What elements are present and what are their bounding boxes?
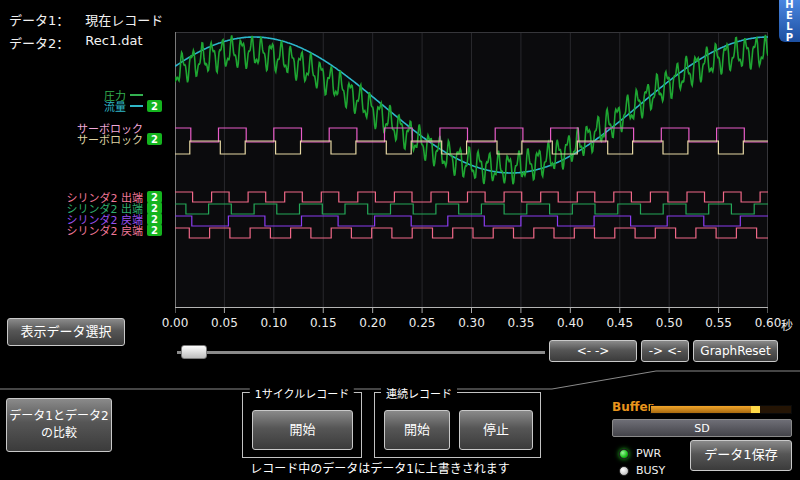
legend-line-sample [130, 105, 143, 107]
x-tick-label: 0.35 [508, 316, 535, 330]
pwr-indicator: PWR [619, 447, 661, 460]
buffer-label: Buffer [612, 400, 653, 414]
sd-status-bar: SD [612, 419, 792, 437]
x-tick-label: 0.40 [557, 316, 584, 330]
sd-label: SD [694, 422, 709, 435]
buffer-gauge-fill [651, 406, 760, 413]
waveform-plot [175, 32, 768, 314]
x-tick-label: 0.10 [260, 316, 287, 330]
legend-label: シリンダ2 戻端 [67, 222, 144, 238]
x-tick-label: 0.05 [211, 316, 238, 330]
x-tick-label: 0.55 [705, 316, 732, 330]
record-overwrite-note: レコード中のデータはデータ1に上書きされます [235, 459, 525, 476]
display-data-select-button[interactable]: 表示データ選択 [7, 318, 125, 346]
legend-label: サーボロック [77, 131, 143, 147]
x-tick-label: 0.25 [409, 316, 436, 330]
continuous-record-group: 連続レコード 開始 停止 [374, 392, 541, 458]
continuous-start-button[interactable]: 開始 [384, 410, 450, 450]
continuous-record-group-label: 連続レコード [381, 385, 457, 401]
busy-led-icon [619, 466, 629, 476]
data2-badge: 2 [147, 224, 162, 236]
legend-item: サーボロック2 [40, 133, 162, 145]
legend-label: 流量 [104, 98, 126, 114]
busy-label: BUSY [636, 464, 665, 477]
busy-indicator: BUSY [619, 464, 665, 477]
x-tick-label: 0.60 [755, 316, 782, 330]
legend-item: 流量2 [40, 100, 162, 112]
graph-scrollbar-thumb[interactable] [181, 345, 207, 359]
x-tick-label: 0.00 [162, 316, 189, 330]
buffer-gauge-marker [751, 406, 760, 413]
recorder-screen: データ1： 現在レコード データ2： Rec1.dat HELP 圧力2流量2サ… [0, 0, 800, 480]
buffer-gauge [650, 405, 792, 414]
x-tick-label: 0.50 [656, 316, 683, 330]
waveform-svg [175, 32, 768, 314]
graph-scrollbar-track[interactable] [177, 351, 545, 354]
help-tab[interactable]: HELP [779, 0, 800, 42]
data2-badge: 2 [147, 133, 162, 145]
legend-item: シリンダ2 戻端2 [40, 224, 162, 236]
graph-expand-button[interactable]: <- -> [549, 340, 637, 362]
compare-button-line2: の比較 [41, 425, 77, 442]
x-tick-label: 0.30 [458, 316, 485, 330]
channel-legend: 圧力2流量2サーボロック2サーボロック2シリンダ2 出端2シリンダ2 出端2シリ… [40, 0, 162, 320]
x-tick-label: 0.15 [310, 316, 337, 330]
graph-shrink-button[interactable]: -> <- [641, 340, 689, 362]
data2-badge: 2 [147, 100, 162, 112]
x-axis-unit: 秒 [781, 316, 793, 333]
legend-line-sample [130, 94, 143, 96]
one-cycle-record-group-label: 1サイクルレコード [250, 385, 354, 401]
compare-button-line1: データ1とデータ2 [9, 408, 108, 425]
save-data1-button[interactable]: データ1保存 [690, 440, 792, 471]
one-cycle-start-button[interactable]: 開始 [252, 410, 353, 450]
x-axis-labels: 0.000.050.100.150.200.250.300.350.400.45… [175, 316, 800, 332]
graph-reset-button[interactable]: GraphReset [693, 340, 778, 362]
x-tick-label: 0.20 [359, 316, 386, 330]
pwr-led-icon [619, 449, 629, 459]
continuous-stop-button[interactable]: 停止 [459, 410, 533, 450]
x-tick-label: 0.45 [606, 316, 633, 330]
compare-data-button[interactable]: データ1とデータ2 の比較 [6, 398, 112, 452]
one-cycle-record-group: 1サイクルレコード 開始 [242, 392, 362, 458]
pwr-label: PWR [636, 447, 661, 460]
